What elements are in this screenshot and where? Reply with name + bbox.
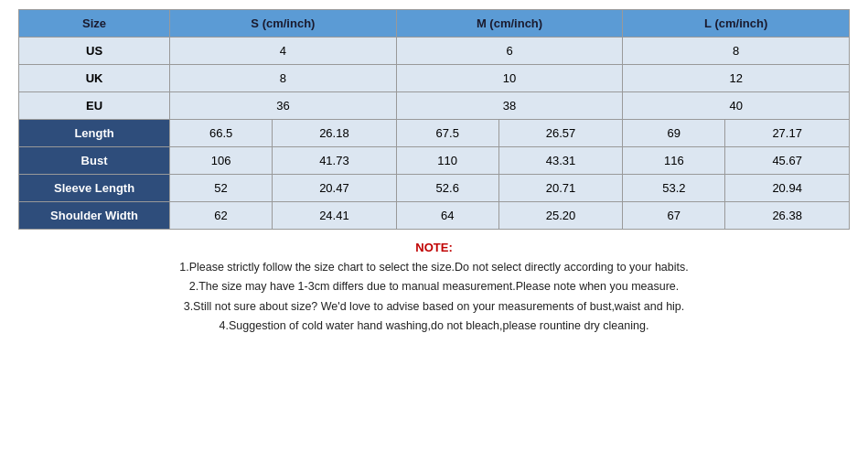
- notes-title: NOTE:: [18, 241, 850, 254]
- header-l: L (cm/inch): [623, 10, 850, 38]
- value-cell: 20.94: [725, 175, 850, 202]
- notes-list: 1.Please strictly follow the size chart …: [18, 258, 850, 336]
- table-row: UK 8 10 12: [19, 65, 850, 92]
- value-cell: 69: [623, 120, 725, 147]
- value-cell: 45.67: [725, 147, 850, 175]
- value-cell: 43.31: [498, 147, 623, 175]
- notes-section: NOTE: 1.Please strictly follow the size …: [18, 241, 850, 336]
- table-row: EU 36 38 40: [19, 92, 850, 120]
- table-row: Shoulder Width 62 24.41 64 25.20 67 26.3…: [19, 202, 850, 230]
- value-cell: 36: [170, 92, 397, 120]
- value-cell: 110: [396, 147, 498, 175]
- value-cell: 52: [170, 175, 273, 202]
- value-cell: 8: [623, 38, 850, 65]
- value-cell: 26.38: [725, 202, 850, 230]
- row-label: Bust: [19, 147, 170, 175]
- value-cell: 25.20: [498, 202, 623, 230]
- value-cell: 40: [623, 92, 850, 120]
- row-label: EU: [19, 92, 170, 120]
- value-cell: 62: [170, 202, 273, 230]
- value-cell: 20.47: [273, 175, 397, 202]
- row-label: Length: [19, 120, 170, 147]
- value-cell: 67: [623, 202, 725, 230]
- value-cell: 64: [396, 202, 498, 230]
- size-chart-table: Size S (cm/inch) M (cm/inch) L (cm/inch)…: [18, 9, 850, 230]
- value-cell: 24.41: [273, 202, 397, 230]
- value-cell: 106: [170, 147, 273, 175]
- header-s: S (cm/inch): [170, 10, 397, 38]
- row-label: US: [19, 38, 170, 65]
- value-cell: 27.17: [725, 120, 850, 147]
- value-cell: 12: [623, 65, 850, 92]
- table-row: Bust 106 41.73 110 43.31 116 45.67: [19, 147, 850, 175]
- row-label: UK: [19, 65, 170, 92]
- value-cell: 26.18: [273, 120, 397, 147]
- row-label: Shoulder Width: [19, 202, 170, 230]
- value-cell: 66.5: [170, 120, 273, 147]
- note-item: 1.Please strictly follow the size chart …: [18, 258, 850, 277]
- header-row: Size S (cm/inch) M (cm/inch) L (cm/inch): [19, 10, 850, 38]
- note-item: 4.Suggestion of cold water hand washing,…: [18, 317, 850, 336]
- value-cell: 38: [396, 92, 623, 120]
- table-row: US 4 6 8: [19, 38, 850, 65]
- value-cell: 26.57: [498, 120, 623, 147]
- value-cell: 20.71: [498, 175, 623, 202]
- value-cell: 6: [396, 38, 623, 65]
- table-row: Length 66.5 26.18 67.5 26.57 69 27.17: [19, 120, 850, 147]
- value-cell: 41.73: [273, 147, 397, 175]
- value-cell: 52.6: [396, 175, 498, 202]
- value-cell: 10: [396, 65, 623, 92]
- header-m: M (cm/inch): [396, 10, 623, 38]
- value-cell: 4: [170, 38, 397, 65]
- value-cell: 8: [170, 65, 397, 92]
- header-size: Size: [19, 10, 170, 38]
- note-item: 3.Still not sure about size? We'd love t…: [18, 297, 850, 317]
- value-cell: 67.5: [396, 120, 498, 147]
- row-label: Sleeve Length: [19, 175, 170, 202]
- value-cell: 116: [623, 147, 725, 175]
- value-cell: 53.2: [623, 175, 725, 202]
- note-item: 2.The size may have 1-3cm differs due to…: [18, 277, 850, 296]
- table-row: Sleeve Length 52 20.47 52.6 20.71 53.2 2…: [19, 175, 850, 202]
